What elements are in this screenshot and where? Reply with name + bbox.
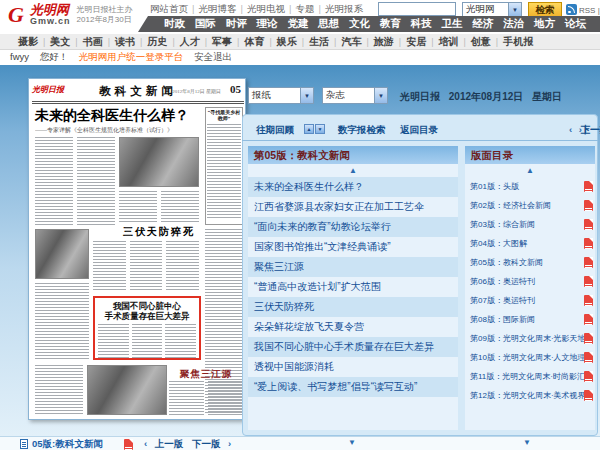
pdf-icon[interactable] — [584, 371, 593, 382]
article-list-item[interactable]: “面向未来的教育”幼教论坛举行 — [248, 217, 458, 237]
next-issue-link[interactable]: 下一期 — [581, 124, 600, 137]
secondary-nav-item[interactable]: 汽车 — [341, 35, 361, 49]
secondary-nav-item[interactable]: 书画 — [83, 35, 103, 49]
prev-page-link[interactable]: 上一版 — [155, 438, 184, 449]
newspaper-page-preview[interactable]: 光明日报 教科文新闻 2012年8月12日 星期日 05 未来的全科医生什么样？… — [28, 78, 246, 420]
pdf-icon[interactable] — [584, 352, 593, 363]
top-link[interactable]: 光明博客 — [198, 3, 236, 14]
pdf-icon[interactable] — [584, 390, 593, 401]
secondary-nav-item[interactable]: 安居 — [406, 35, 426, 49]
page-directory-item[interactable]: 第01版：头版 — [465, 177, 595, 196]
secondary-nav-item[interactable]: 历史 — [147, 35, 167, 49]
login-portal-link[interactable]: 光明网用户统一登录平台 — [79, 51, 184, 62]
top-link[interactable]: 光明电视 — [247, 3, 285, 14]
site-logo[interactable]: G 光明网 Gmw.cn 光明日报社主办 2012年8月30日 — [8, 3, 133, 26]
spinner-up-icon[interactable]: ▲ — [304, 124, 314, 134]
article-list-item[interactable]: 我国不同心脏中心手术质量存在巨大差异 — [248, 337, 458, 357]
top-link[interactable]: 网站首页 — [150, 3, 188, 14]
pdf-icon[interactable] — [584, 276, 593, 287]
scroll-down-icon[interactable]: ▼ — [348, 438, 356, 447]
rss-icon[interactable] — [566, 4, 577, 15]
secondary-nav-item[interactable]: 娱乐 — [277, 35, 297, 49]
search-button[interactable]: 检索 — [528, 2, 562, 17]
page-directory-item[interactable]: 第02版：经济社会新闻 — [465, 196, 595, 215]
scroll-down-icon[interactable]: ▼ — [523, 438, 531, 447]
pdf-icon[interactable] — [584, 200, 593, 211]
page-directory-item[interactable]: 第10版：光明文化周末·人文地理 — [465, 348, 595, 367]
page-directory-list: 第01版：头版 第02版：经济社会新闻 第03版：综合新闻 第04版：大图解 第… — [465, 177, 595, 405]
article-photo — [35, 229, 89, 279]
page-directory-item[interactable]: 第06版：奥运特刊 — [465, 272, 595, 291]
secondary-nav-item[interactable]: 人才 — [180, 35, 200, 49]
article-list-item[interactable]: 国家图书馆推出“文津经典诵读” — [248, 237, 458, 257]
page-directory-item[interactable]: 第12版：光明文化周末·美术视界 — [465, 386, 595, 405]
spinner-down-icon[interactable]: ▼ — [315, 124, 325, 134]
highlighted-article-box[interactable]: 我国不同心脏中心 手术质量存在巨大差异 — [93, 296, 201, 360]
logout-link[interactable]: 安全退出 — [194, 51, 232, 62]
primary-nav-item[interactable]: 卫生 — [442, 17, 463, 31]
secondary-nav-item[interactable]: 美文 — [50, 35, 70, 49]
next-page-link[interactable]: 下一版 — [192, 438, 221, 449]
secondary-nav-item[interactable]: 体育 — [244, 35, 264, 49]
primary-nav-item[interactable]: 思想 — [318, 17, 339, 31]
secondary-nav-item[interactable]: 创意 — [471, 35, 491, 49]
magazine-select[interactable]: 杂志 ▼ — [322, 87, 388, 104]
top-link[interactable]: 光明报系 — [325, 3, 363, 14]
rss-links[interactable]: RSS | 投稿 | 网站地图 — [579, 5, 600, 16]
page-directory-item[interactable]: 第03版：综合新闻 — [465, 215, 595, 234]
primary-nav-item[interactable]: 文化 — [349, 17, 370, 31]
primary-nav-item[interactable]: 党建 — [287, 17, 308, 31]
newspaper-select[interactable]: 报纸 ▼ — [248, 87, 314, 104]
article-list-item[interactable]: “普通高中改造计划”扩大范围 — [248, 277, 458, 297]
article-list-item[interactable]: “爱上阅读、书写梦想”倡导“读写互动” — [248, 377, 458, 397]
page-directory-item[interactable]: 第05版：教科文新闻 — [465, 253, 595, 272]
primary-nav-item[interactable]: 法治 — [503, 17, 524, 31]
scroll-up-icon[interactable]: ▲ — [248, 164, 458, 177]
secondary-nav-item[interactable]: 培训 — [438, 35, 458, 49]
secondary-nav-item[interactable]: 生活 — [309, 35, 329, 49]
pdf-icon[interactable] — [584, 333, 593, 344]
article-list-item[interactable]: 朵朵鲜花绽放飞天夏令营 — [248, 317, 458, 337]
primary-nav-item[interactable]: 国际 — [195, 17, 216, 31]
secondary-nav-item[interactable]: 摄影 — [18, 35, 38, 49]
secondary-nav-item[interactable]: 军事 — [212, 35, 232, 49]
primary-nav-item[interactable]: 地方 — [534, 17, 555, 31]
page-directory-title: 版面目录 — [465, 146, 595, 164]
page-directory-item[interactable]: 第07版：奥运特刊 — [465, 291, 595, 310]
primary-nav-item[interactable]: 教育 — [380, 17, 401, 31]
pdf-icon[interactable] — [584, 295, 593, 306]
pdf-icon[interactable] — [124, 439, 133, 450]
secondary-nav-item[interactable]: 读书 — [115, 35, 135, 49]
back-to-toc-link[interactable]: 返回目录 — [400, 124, 438, 137]
secondary-nav-item[interactable]: 旅游 — [374, 35, 394, 49]
prev-arrow-icon: ‹ — [569, 124, 572, 135]
page-pager: ‹ 上一版 下一版 › — [142, 438, 233, 450]
primary-nav-item[interactable]: 时政 — [164, 17, 185, 31]
primary-nav-item[interactable]: 时评 — [226, 17, 247, 31]
article-list-item[interactable]: 透视中国能源消耗 — [248, 357, 458, 377]
article-list-item[interactable]: 三伏天防猝死 — [248, 297, 458, 317]
scroll-up-icon[interactable]: ▲ — [465, 164, 595, 177]
past-issues-link[interactable]: 往期回顾 — [256, 124, 294, 137]
page-directory-item[interactable]: 第08版：国际新闻 — [465, 310, 595, 329]
page-directory-item[interactable]: 第04版：大图解 — [465, 234, 595, 253]
article-list-item[interactable]: 未来的全科医生什么样？ — [248, 177, 458, 197]
primary-nav-item[interactable]: 科技 — [411, 17, 432, 31]
primary-nav-item[interactable]: 理论 — [257, 17, 278, 31]
article-list-item[interactable]: 聚焦三江源 — [248, 257, 458, 277]
digital-paper-search-link[interactable]: 数字报检索 — [338, 124, 386, 137]
search-input[interactable] — [378, 2, 456, 16]
secondary-nav-item[interactable]: 手机报 — [503, 35, 533, 49]
pdf-icon[interactable] — [584, 219, 593, 230]
pdf-icon[interactable] — [584, 181, 593, 192]
article-list-item[interactable]: 江西省婺源县农家妇女正在加工工艺伞 — [248, 197, 458, 217]
page-directory-item[interactable]: 第09版：光明文化周末·光影天地 — [465, 329, 595, 348]
pdf-icon[interactable] — [584, 314, 593, 325]
pdf-icon[interactable] — [584, 257, 593, 268]
top-link[interactable]: 专题 — [295, 3, 314, 14]
page-directory-item[interactable]: 第11版：光明文化周末·时尚影汇 — [465, 367, 595, 386]
search-scope-select[interactable]: 光明网 ▼ — [462, 2, 522, 17]
primary-nav-item[interactable]: 经济 — [472, 17, 493, 31]
pdf-icon[interactable] — [584, 238, 593, 249]
primary-nav-item[interactable]: 论坛 — [565, 17, 586, 31]
